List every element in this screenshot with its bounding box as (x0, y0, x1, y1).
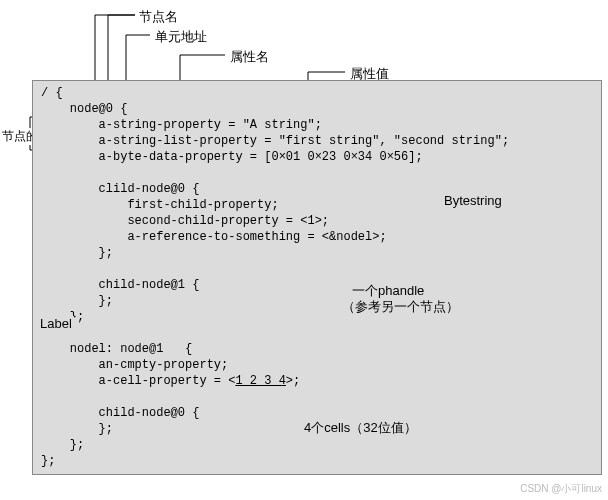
cell-values: 1 2 3 4 (235, 374, 285, 388)
code-line: }; (41, 246, 113, 260)
code-line: a-reference-to-something = <&nodel>; (41, 230, 387, 244)
code-block: / { node@0 { a-string-property = "A stri… (33, 81, 601, 474)
annotation-property-name: 属性名 (228, 48, 271, 66)
code-line: clild-node@0 { (41, 182, 199, 196)
annotation-cells: 4个cells（32位值） (302, 419, 419, 437)
annotation-node-name: 节点名 (137, 8, 180, 26)
annotation-bytestring: Bytestring (442, 193, 504, 208)
code-line: an-cmpty-property; (41, 358, 228, 372)
code-line: a-byte-data-property = [0×01 0×23 0×34 0… (41, 150, 423, 164)
code-line: }; (41, 454, 55, 468)
code-line: second-child-property = <1>; (41, 214, 329, 228)
code-line: node@0 { (41, 102, 127, 116)
code-line: }; (41, 422, 113, 436)
code-line: a-cell-property = <1 2 3 4>; (41, 374, 300, 388)
code-line: first-child-property; (41, 198, 279, 212)
code-container: / { node@0 { a-string-property = "A stri… (32, 80, 602, 475)
code-line: child-node@0 { (41, 406, 199, 420)
code-line: / { (41, 86, 63, 100)
annotation-label: Label (38, 316, 74, 331)
code-line: nodel: node@1 { (41, 342, 192, 356)
code-line: }; (41, 438, 84, 452)
annotation-phandle-2: （参考另一个节点） (340, 298, 461, 316)
code-line: a-string-list-property = "first string",… (41, 134, 509, 148)
code-line: a-string-property = "A string"; (41, 118, 322, 132)
code-line: child-node@1 { (41, 278, 199, 292)
code-line: }; (41, 294, 113, 308)
watermark: CSDN @小可linux (520, 482, 602, 496)
annotation-unit-address: 单元地址 (153, 28, 209, 46)
